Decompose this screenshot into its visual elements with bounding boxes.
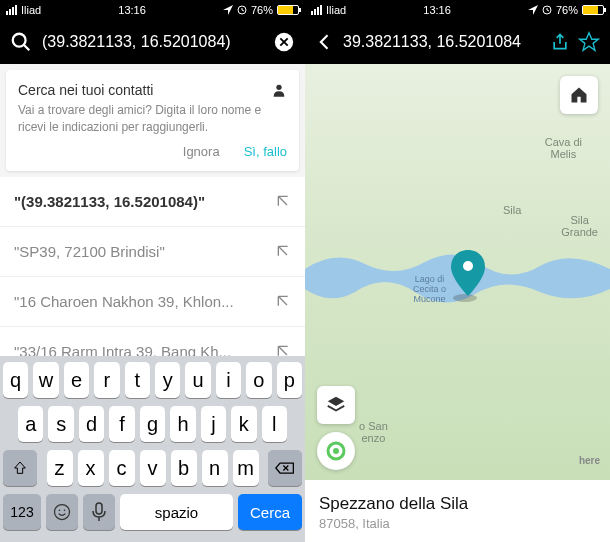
key-v[interactable]: v bbox=[140, 450, 166, 486]
location-subtitle: 87058, Italia bbox=[319, 516, 596, 531]
insert-arrow-icon[interactable] bbox=[275, 243, 291, 259]
key-x[interactable]: x bbox=[78, 450, 104, 486]
key-w[interactable]: w bbox=[33, 362, 58, 398]
contacts-title: Cerca nei tuoi contatti bbox=[18, 82, 153, 98]
key-n[interactable]: n bbox=[202, 450, 228, 486]
map-label: Lago di Cecita o Mucone bbox=[413, 274, 446, 304]
map-view[interactable]: Cava di Melis Sila Sila Grande Lago di C… bbox=[305, 64, 610, 480]
signal-icon bbox=[311, 5, 322, 15]
search-result[interactable]: "SP39, 72100 Brindisi" bbox=[0, 227, 305, 277]
contacts-prompt-card: Cerca nei tuoi contatti Vai a trovare de… bbox=[6, 70, 299, 171]
key-e[interactable]: e bbox=[64, 362, 89, 398]
person-icon bbox=[271, 82, 287, 98]
svg-rect-8 bbox=[96, 503, 102, 514]
status-bar: Iliad 13:16 76% bbox=[305, 0, 610, 20]
alarm-icon bbox=[237, 5, 247, 15]
key-u[interactable]: u bbox=[185, 362, 210, 398]
svg-point-4 bbox=[276, 85, 281, 90]
favorite-icon[interactable] bbox=[578, 31, 600, 53]
svg-point-1 bbox=[13, 34, 26, 47]
search-input[interactable]: (39.3821133, 16.5201084) bbox=[42, 33, 263, 51]
key-y[interactable]: y bbox=[155, 362, 180, 398]
locate-button[interactable] bbox=[317, 432, 355, 470]
key-f[interactable]: f bbox=[109, 406, 134, 442]
result-label: "(39.3821133, 16.5201084)" bbox=[14, 193, 205, 210]
svg-line-2 bbox=[24, 45, 30, 51]
battery-icon bbox=[277, 5, 299, 15]
numbers-key[interactable]: 123 bbox=[3, 494, 41, 530]
share-icon[interactable] bbox=[550, 32, 570, 52]
search-key[interactable]: Cerca bbox=[238, 494, 302, 530]
detail-header: 39.3821133, 16.5201084 bbox=[305, 20, 610, 64]
location-services-icon bbox=[223, 5, 233, 15]
layers-button[interactable] bbox=[317, 386, 355, 424]
contacts-body: Vai a trovare degli amici? Digita il lor… bbox=[18, 102, 287, 136]
key-g[interactable]: g bbox=[140, 406, 165, 442]
header-title: 39.3821133, 16.5201084 bbox=[343, 33, 542, 51]
search-header: (39.3821133, 16.5201084) bbox=[0, 20, 305, 64]
keyboard: qwertyuiop asdfghjkl zxcvbnm 123 spazio … bbox=[0, 356, 305, 542]
map-label: o San enzo bbox=[359, 420, 388, 444]
svg-point-6 bbox=[59, 510, 61, 512]
map-label: Cava di Melis bbox=[545, 136, 582, 160]
insert-arrow-icon[interactable] bbox=[275, 193, 291, 209]
space-key[interactable]: spazio bbox=[120, 494, 233, 530]
home-button[interactable] bbox=[560, 76, 598, 114]
yes-button[interactable]: Sì, fallo bbox=[244, 144, 287, 159]
location-pin-icon bbox=[451, 250, 485, 296]
battery-pct: 76% bbox=[556, 4, 578, 16]
status-bar: Iliad 13:16 76% bbox=[0, 0, 305, 20]
battery-pct: 76% bbox=[251, 4, 273, 16]
key-p[interactable]: p bbox=[277, 362, 302, 398]
shift-key[interactable] bbox=[3, 450, 37, 486]
back-icon[interactable] bbox=[315, 32, 335, 52]
svg-point-12 bbox=[333, 448, 339, 454]
location-title: Spezzano della Sila bbox=[319, 494, 596, 514]
key-t[interactable]: t bbox=[125, 362, 150, 398]
here-attribution: here bbox=[579, 455, 600, 466]
svg-point-7 bbox=[64, 510, 66, 512]
emoji-key[interactable] bbox=[46, 494, 78, 530]
carrier-label: Iliad bbox=[326, 4, 346, 16]
svg-point-10 bbox=[463, 261, 473, 271]
key-c[interactable]: c bbox=[109, 450, 135, 486]
mic-key[interactable] bbox=[83, 494, 115, 530]
search-result[interactable]: "16 Charoen Nakhon 39, Khlon... bbox=[0, 277, 305, 327]
key-i[interactable]: i bbox=[216, 362, 241, 398]
search-results: "(39.3821133, 16.5201084)" "SP39, 72100 … bbox=[0, 177, 305, 377]
key-r[interactable]: r bbox=[94, 362, 119, 398]
map-label: Sila bbox=[503, 204, 521, 216]
key-q[interactable]: q bbox=[3, 362, 28, 398]
key-h[interactable]: h bbox=[170, 406, 195, 442]
key-b[interactable]: b bbox=[171, 450, 197, 486]
key-k[interactable]: k bbox=[231, 406, 256, 442]
svg-point-5 bbox=[55, 505, 70, 520]
search-result[interactable]: "(39.3821133, 16.5201084)" bbox=[0, 177, 305, 227]
ignore-button[interactable]: Ignora bbox=[183, 144, 220, 159]
location-services-icon bbox=[528, 5, 538, 15]
alarm-icon bbox=[542, 5, 552, 15]
clear-icon[interactable] bbox=[273, 31, 295, 53]
carrier-label: Iliad bbox=[21, 4, 41, 16]
search-icon bbox=[10, 31, 32, 53]
battery-icon bbox=[582, 5, 604, 15]
key-m[interactable]: m bbox=[233, 450, 259, 486]
key-j[interactable]: j bbox=[201, 406, 226, 442]
insert-arrow-icon[interactable] bbox=[275, 293, 291, 309]
result-label: "SP39, 72100 Brindisi" bbox=[14, 243, 165, 260]
backspace-key[interactable] bbox=[268, 450, 302, 486]
location-info-card[interactable]: Spezzano della Sila 87058, Italia bbox=[305, 480, 610, 542]
map-label: Sila Grande bbox=[561, 214, 598, 238]
status-time: 13:16 bbox=[118, 4, 146, 16]
key-a[interactable]: a bbox=[18, 406, 43, 442]
status-time: 13:16 bbox=[423, 4, 451, 16]
key-d[interactable]: d bbox=[79, 406, 104, 442]
key-z[interactable]: z bbox=[47, 450, 73, 486]
signal-icon bbox=[6, 5, 17, 15]
result-label: "16 Charoen Nakhon 39, Khlon... bbox=[14, 293, 234, 310]
key-s[interactable]: s bbox=[48, 406, 73, 442]
key-l[interactable]: l bbox=[262, 406, 287, 442]
key-o[interactable]: o bbox=[246, 362, 271, 398]
